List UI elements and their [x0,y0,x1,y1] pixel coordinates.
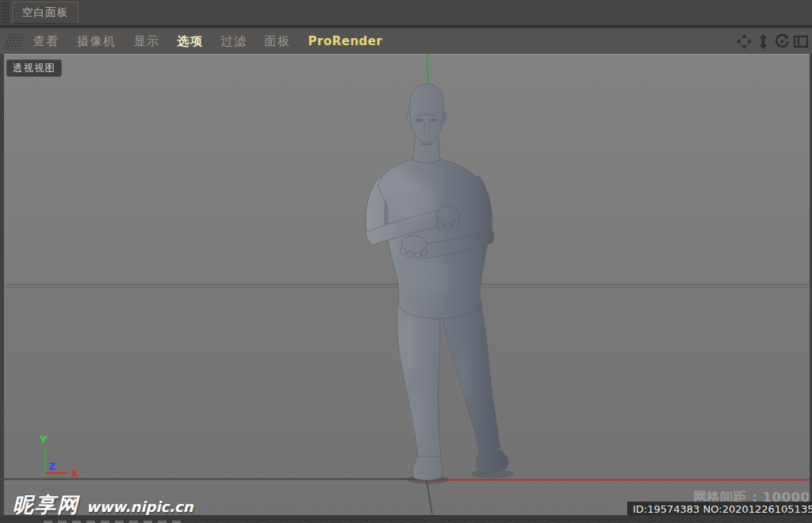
timeline-strip [0,515,812,523]
world-z-axis-line [427,481,432,514]
rotate-icon[interactable] [774,33,791,50]
menu-display[interactable]: 显示 [134,34,160,49]
c4d-viewport-window: 空白面板 查看 摄像机 显示 选项 过滤 面板 ProRender [0,0,812,523]
gizmo-z-label: Z [48,460,56,472]
perspective-viewport[interactable]: Y Z X 透视视图 网格间距 : 10000 cm ID:19574383 N… [0,54,812,515]
menu-options[interactable]: 选项 [178,34,204,49]
dolly-zoom-icon[interactable] [755,33,772,50]
timeline-ticks [0,519,812,523]
menu-drag-grip-icon[interactable] [3,33,25,49]
menu-bar: 查看 摄像机 显示 选项 过滤 面板 ProRender [0,29,812,54]
stock-id-text: ID:19574383 NO:20201226105135138084 [627,503,812,515]
tab-bar: 空白面板 [0,0,812,27]
gizmo-y-label: Y [39,433,48,445]
watermark-site-name: 昵享网 [13,491,79,515]
tab-blank-panel[interactable]: 空白面板 [12,2,79,24]
watermark: 昵享网 www.nipic.cn [13,491,193,515]
watermark-site-url: www.nipic.cn [86,498,193,515]
viewport-left-border [0,54,4,515]
viewport-scene: Y Z X [0,54,812,515]
menu-prorender[interactable]: ProRender [308,34,383,48]
view-mode-label[interactable]: 透视视图 [6,59,62,77]
viewport-nav-icons [736,29,812,54]
panel-toggle-icon[interactable] [793,33,809,50]
world-y-axis-line [427,54,428,86]
pan-icon[interactable] [736,33,753,50]
tab-label: 空白面板 [22,6,68,20]
menu-panel[interactable]: 面板 [265,34,291,49]
stock-id-bar: ID:19574383 NO:20201226105135138084 [627,502,812,515]
menu-view[interactable]: 查看 [33,34,59,49]
menu-filter[interactable]: 过滤 [221,34,247,49]
axis-gizmo: Y Z X [39,433,79,479]
gizmo-x-label: X [71,468,79,479]
drag-grip-icon[interactable] [2,2,9,24]
menu-camera[interactable]: 摄像机 [77,34,117,49]
